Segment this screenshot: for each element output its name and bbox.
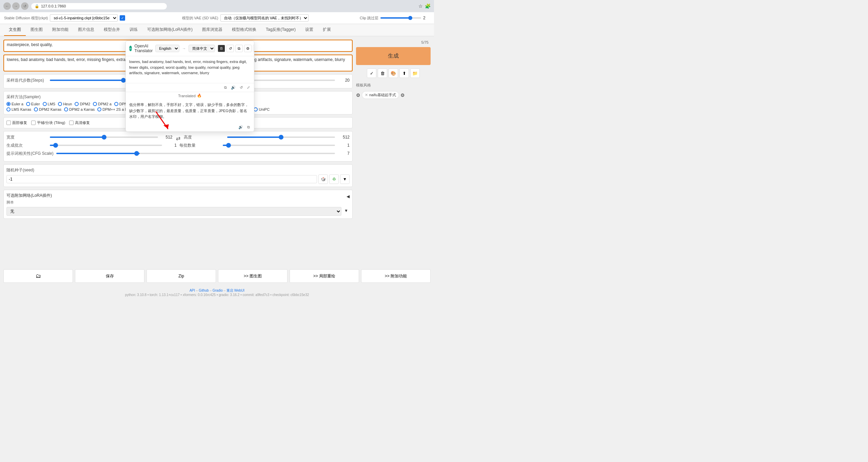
refresh-input-btn[interactable]: ↺ — [238, 85, 244, 90]
sampler-dpm2akarras[interactable]: DPM2 a Karras — [64, 107, 95, 111]
tab-txt2img[interactable]: 文生图 — [4, 24, 26, 36]
footer-bar: 🗂 保存 Zip >> 图生图 >> 局部重绘 >> 附加功能 — [0, 267, 434, 286]
speaker-output-btn[interactable]: 🔊 — [237, 124, 244, 130]
width-label: 宽度 — [6, 134, 47, 140]
img2img-btn[interactable]: >> 图生图 — [218, 269, 288, 283]
width-slider[interactable] — [50, 134, 158, 140]
generate-button[interactable]: 生成 — [356, 47, 431, 65]
expand-input-btn[interactable]: ⤢ — [245, 85, 251, 90]
folder-btn-right[interactable]: 📁 — [410, 68, 420, 78]
main-tabs: 文生图 图生图 附加功能 图片信息 模型合并 训练 可选附加网络(LoRA插件)… — [0, 24, 434, 36]
copy-output-btn[interactable]: ⧉ — [246, 124, 251, 130]
zip-btn[interactable]: Zip — [146, 269, 216, 283]
tag-remove-icon[interactable]: ✕ — [365, 93, 368, 97]
tab-convert[interactable]: 模型格式转换 — [227, 24, 261, 36]
check-btn[interactable]: ✓ — [367, 68, 376, 78]
tab-gallery[interactable]: 图库浏览器 — [197, 24, 227, 36]
forward-button[interactable]: → — [12, 2, 20, 10]
settings-btn[interactable]: ⚙ — [244, 45, 252, 52]
folder-btn[interactable]: 🗂 — [3, 269, 73, 283]
reload-button[interactable]: ↺ — [21, 2, 28, 10]
ext-icon[interactable]: 🧩 — [425, 3, 431, 9]
seed-recycle-btn[interactable]: ♻ — [329, 174, 339, 184]
expand-btn[interactable]: ⤢ — [253, 45, 254, 52]
source-lang-select[interactable]: English — [155, 45, 179, 52]
back-button[interactable]: ← — [3, 2, 11, 10]
gradio-link[interactable]: Gradio — [213, 289, 223, 292]
batch-slider[interactable] — [50, 142, 162, 148]
clip-slider[interactable] — [380, 17, 421, 19]
per-batch-slider[interactable] — [223, 142, 335, 148]
sampler-euler[interactable]: Euler — [26, 102, 40, 106]
tab-merge[interactable]: 模型合并 — [99, 24, 125, 36]
lora-script-select[interactable]: 无 — [6, 207, 341, 216]
seed-extra-btn[interactable]: ▼ — [340, 174, 350, 184]
count-display: 5/75 — [356, 40, 431, 45]
face-restore-cb[interactable]: 面部修复 — [6, 120, 27, 125]
seed-input[interactable] — [6, 175, 317, 183]
template-tag-label: naifu基础起手式 — [369, 92, 396, 98]
swap-dimensions-btn[interactable]: ⇄ — [175, 134, 181, 142]
address-bar[interactable]: 🔒 127.0.0.1:7860 — [31, 3, 167, 9]
lang-arrow-icon: → — [182, 46, 186, 50]
height-label: 高度 — [184, 134, 224, 140]
upload-btn[interactable]: ⬆ — [399, 68, 409, 78]
save-btn[interactable]: 保存 — [75, 269, 144, 283]
sampler-dpm2a[interactable]: DPM2 a — [93, 102, 112, 106]
restart-link[interactable]: 重启 WebUI — [226, 289, 244, 292]
sampler-eulera[interactable]: Euler a — [6, 102, 23, 106]
batch-value: 1 — [165, 143, 177, 148]
inpaint-btn[interactable]: >> 局部重绘 — [290, 269, 359, 283]
height-slider[interactable] — [227, 134, 335, 140]
tab-img2img[interactable]: 图生图 — [26, 24, 47, 36]
hires-fix-cb[interactable]: 高清修复 — [69, 120, 90, 125]
tab-tagger[interactable]: Tag反推(Tagger) — [261, 24, 300, 36]
sampler-unipc[interactable]: UniPC — [254, 107, 270, 111]
sampler-dpm2karras[interactable]: DPM2 Karras — [34, 107, 61, 111]
copy-input-btn[interactable]: ⧉ — [223, 85, 228, 90]
tab-extras[interactable]: 附加功能 — [47, 24, 73, 36]
dimensions-section: 宽度 512 ⇄ 高度 — [3, 131, 353, 162]
tab-extensions[interactable]: 扩展 — [318, 24, 336, 36]
speaker-btn[interactable]: 🔊 — [230, 85, 237, 90]
seed-row: 🎲 ♻ ▼ — [6, 174, 350, 184]
sampler-heun[interactable]: Heun — [58, 102, 72, 106]
seed-random-btn[interactable]: 🎲 — [318, 174, 328, 184]
vae-select[interactable]: 自动（仅加载与模型同名的 VAE，未找到时不） — [220, 14, 309, 22]
model-checkbox[interactable]: ✓ — [120, 15, 125, 21]
cfg-slider[interactable] — [56, 150, 335, 156]
star-icon[interactable]: ☆ — [418, 3, 423, 9]
github-link[interactable]: Github — [199, 289, 209, 292]
gen-count-section: 生成批次 1 每批数量 — [6, 142, 350, 150]
copy-btn[interactable]: ⧉ — [235, 45, 243, 52]
seed-label: 随机种子(seed) — [6, 167, 350, 173]
sampler-lmskarras[interactable]: LMS Karras — [6, 107, 31, 111]
tag-settings-icon[interactable]: ⚙ — [400, 92, 405, 98]
sampler-lms[interactable]: LMS — [43, 102, 56, 106]
tab-imginfo[interactable]: 图片信息 — [73, 24, 99, 36]
tab-lora[interactable]: 可选附加网络(LoRA插件) — [142, 24, 197, 36]
translator-logo: AI — [129, 46, 132, 51]
nav-buttons[interactable]: ← → ↺ — [3, 2, 28, 10]
lora-toggle-btn[interactable]: ◀ — [347, 194, 350, 199]
cfg-label: 提示词相关性(CFG Scale) — [6, 151, 54, 156]
page-footer: API – Github – Gradio – 重启 WebUI python:… — [0, 286, 434, 299]
per-batch-value: 1 — [338, 143, 350, 148]
refresh-btn[interactable]: ↺ — [226, 45, 234, 52]
clip-value: 2 — [423, 16, 430, 20]
trash-btn[interactable]: 🗑 — [378, 68, 387, 78]
sampler-dpm2[interactable]: DPM2 — [75, 102, 90, 106]
browser-bar: ← → ↺ 🔒 127.0.0.1:7860 ☆ 🧩 — [0, 0, 434, 12]
settings-icon[interactable]: ⚙ — [356, 92, 360, 98]
target-lang-select[interactable]: 简体中文 — [189, 45, 215, 52]
api-link[interactable]: API — [190, 289, 195, 292]
template-tag[interactable]: ✕ naifu基础起手式 — [362, 91, 399, 99]
tiling-cb[interactable]: 平铺/分块 (Tiling) — [31, 120, 65, 125]
style-btn[interactable]: 🎨 — [389, 68, 398, 78]
model-select[interactable]: sd-v1-5-inpainting.ckpt [c6bbc15e32] — [50, 14, 118, 22]
translator-icons: B ↺ ⧉ ⚙ ⤢ — [218, 45, 254, 52]
tab-settings[interactable]: 设置 — [300, 24, 318, 36]
extras-btn[interactable]: >> 附加功能 — [361, 269, 431, 283]
tab-train[interactable]: 训练 — [125, 24, 142, 36]
bold-btn[interactable]: B — [218, 45, 225, 52]
